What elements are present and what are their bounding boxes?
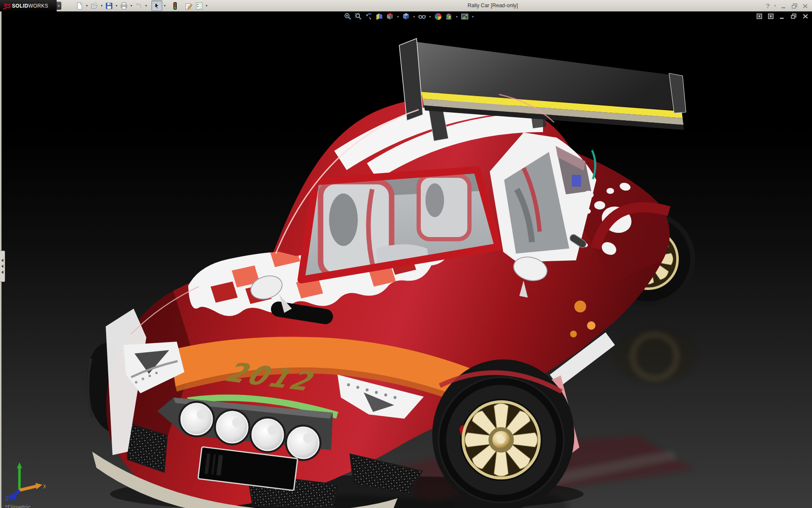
- view-settings-icon: [461, 12, 469, 21]
- zoom-to-fit-button[interactable]: [343, 12, 352, 21]
- toolbar-overflow-button[interactable]: ►: [57, 2, 61, 10]
- viewport-close-button[interactable]: [802, 13, 809, 19]
- stoplight-icon: [171, 2, 179, 10]
- view-settings-button[interactable]: [461, 12, 469, 21]
- hide-show-items-dropdown[interactable]: ▼: [428, 15, 432, 18]
- pane-collapse-left-button[interactable]: [756, 13, 763, 19]
- section-view-button[interactable]: [375, 12, 384, 21]
- apply-scene-button[interactable]: [444, 12, 453, 21]
- solidworks-logo: ƷS SOLID WORKS: [0, 0, 57, 11]
- expand-panel-arrow-icon: [1, 271, 3, 274]
- heads-up-view-toolbar: ▼ ▼ ▼ ▼ ▼: [343, 12, 475, 21]
- pane-collapse-right-button[interactable]: [768, 13, 774, 19]
- stoplight-button[interactable]: [170, 1, 180, 11]
- options-button[interactable]: [194, 1, 204, 11]
- print-icon: [120, 2, 128, 10]
- new-document-icon: [75, 2, 84, 10]
- zoom-to-area-button[interactable]: [354, 12, 362, 21]
- view-orientation-label: *Dimetric: [5, 503, 31, 508]
- rally-car-model[interactable]: 2012: [0, 11, 812, 508]
- zoom-to-fit-icon: [343, 12, 352, 21]
- open-dropdown[interactable]: ▼: [100, 1, 104, 11]
- apply-scene-icon: [444, 12, 453, 21]
- hide-show-items-button[interactable]: [418, 12, 426, 21]
- view-settings-dropdown[interactable]: ▼: [471, 15, 475, 18]
- open-button[interactable]: [89, 1, 99, 11]
- apply-scene-dropdown[interactable]: ▼: [455, 15, 458, 18]
- display-style-dropdown[interactable]: ▼: [412, 15, 416, 18]
- minimize-button[interactable]: [780, 3, 787, 9]
- restore-button[interactable]: [791, 3, 798, 9]
- previous-view-button[interactable]: [365, 12, 373, 21]
- rear-wing[interactable]: [399, 39, 686, 141]
- zoom-to-area-icon: [354, 12, 362, 21]
- z-axis-arrow: [9, 494, 16, 500]
- graphics-viewport[interactable]: 2012: [0, 11, 812, 508]
- select-cursor-icon: [153, 2, 161, 10]
- previous-view-icon: [365, 12, 373, 21]
- annotation-icon: [184, 2, 193, 10]
- x-axis-label: X: [43, 483, 46, 490]
- edit-appearance-button[interactable]: [434, 12, 442, 21]
- help-button[interactable]: ?: [766, 2, 770, 9]
- view-orientation-button[interactable]: [386, 12, 394, 21]
- document-title: Rally Car [Read-only]: [423, 0, 562, 11]
- viewport-restore-button[interactable]: [790, 13, 797, 19]
- view-orientation-cube-icon: [386, 12, 394, 21]
- save-button[interactable]: [104, 1, 114, 11]
- expand-panel-arrow-icon: [1, 265, 3, 268]
- brand-text-bold: SOLID: [12, 3, 28, 9]
- main-toolbar: ▼ ▼ ▼ ▼ ▼ ▼: [74, 0, 208, 11]
- viewport-minimize-button[interactable]: [779, 13, 785, 19]
- car-model[interactable]: 2012: [82, 39, 695, 508]
- solidworks-window: ƷS SOLID WORKS ► ▼ ▼ ▼ ▼ ▼ ▼: [0, 0, 812, 508]
- document-window-controls: [756, 13, 809, 19]
- brand-text-light: WORKS: [28, 3, 48, 9]
- z-axis-label: Z: [5, 495, 9, 501]
- new-document-dropdown[interactable]: ▼: [85, 1, 89, 11]
- open-icon: [90, 2, 99, 10]
- annotation-button[interactable]: [184, 1, 194, 11]
- select-button[interactable]: [151, 0, 162, 11]
- dassault-3ds-icon: ƷS: [3, 2, 10, 9]
- feature-manager-collapsed-tab[interactable]: [0, 251, 5, 282]
- appearance-ball-icon: [434, 12, 442, 21]
- save-dropdown[interactable]: ▼: [115, 1, 118, 11]
- expand-panel-arrow-icon: [1, 259, 3, 262]
- select-dropdown[interactable]: ▼: [163, 1, 167, 11]
- x-axis-arrow: [36, 483, 42, 489]
- section-view-icon: [375, 12, 384, 21]
- undo-dropdown[interactable]: ▼: [144, 1, 148, 11]
- undo-icon: [134, 2, 143, 10]
- display-style-button[interactable]: [402, 12, 410, 21]
- close-button[interactable]: [802, 3, 809, 9]
- y-axis-arrow: [17, 462, 22, 468]
- print-dropdown[interactable]: ▼: [129, 1, 133, 11]
- titlebar-controls: ? ▼: [766, 0, 809, 11]
- print-button[interactable]: [119, 1, 129, 11]
- hide-show-glasses-icon: [418, 12, 426, 21]
- view-orientation-dropdown[interactable]: ▼: [396, 15, 400, 18]
- reference-triad[interactable]: X Z: [3, 461, 46, 501]
- display-style-icon: [402, 12, 410, 21]
- new-document-button[interactable]: [74, 1, 85, 11]
- title-bar: ƷS SOLID WORKS ► ▼ ▼ ▼ ▼ ▼ ▼: [0, 0, 812, 12]
- save-icon: [105, 2, 113, 10]
- undo-button[interactable]: [134, 1, 144, 11]
- help-dropdown[interactable]: ▼: [774, 4, 776, 7]
- options-checklist-icon: [195, 2, 203, 10]
- options-dropdown[interactable]: ▼: [205, 1, 208, 11]
